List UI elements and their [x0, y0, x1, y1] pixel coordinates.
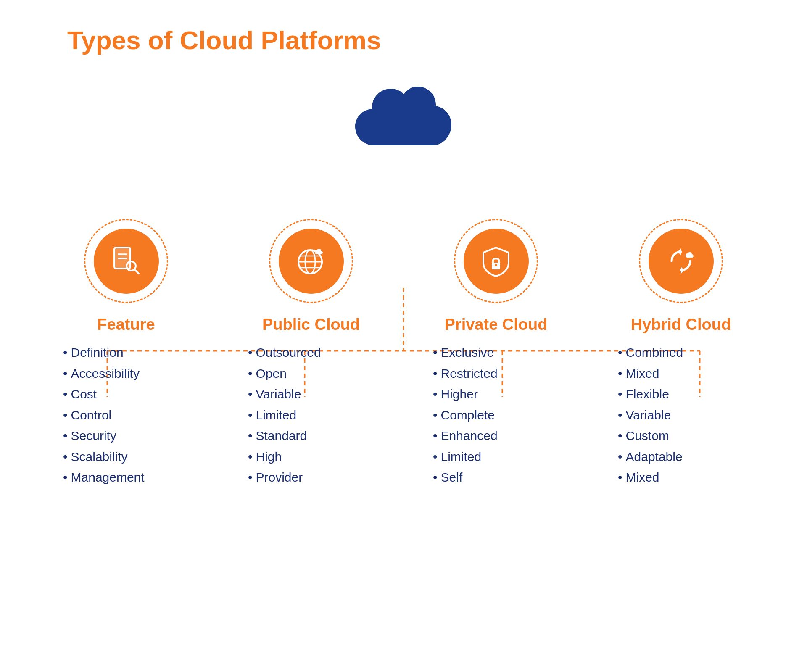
feature-title: Feature	[97, 316, 155, 334]
svg-marker-19	[678, 248, 681, 255]
svg-line-11	[134, 269, 139, 274]
feature-column: Feature Definition Accessibility Cost Co…	[59, 219, 193, 488]
list-item: Limited	[244, 405, 378, 426]
list-item: Combined	[614, 342, 748, 363]
list-item: Enhanced	[429, 425, 563, 446]
hybrid-cloud-icon-outer	[639, 219, 723, 303]
list-item: Limited	[429, 446, 563, 467]
list-item: Higher	[429, 384, 563, 405]
hybrid-cloud-icon-inner	[649, 229, 714, 294]
public-cloud-icon-inner	[279, 229, 344, 294]
list-item: Variable	[244, 384, 378, 405]
public-cloud-list: Outsourced Open Variable Limited Standar…	[244, 342, 378, 488]
feature-icon-outer	[84, 219, 168, 303]
page-title: Types of Cloud Platforms	[67, 25, 381, 55]
list-item: Accessibility	[59, 363, 193, 384]
public-cloud-column: Public Cloud Outsourced Open Variable Li…	[244, 219, 378, 488]
hybrid-cloud-list: Combined Mixed Flexible Variable Custom …	[614, 342, 748, 488]
list-item: Scalability	[59, 446, 193, 467]
list-item: Cost	[59, 384, 193, 405]
list-item: Mixed	[614, 363, 748, 384]
list-item: Open	[244, 363, 378, 384]
hybrid-cloud-title: Hybrid Cloud	[631, 316, 731, 334]
globe-cloud-icon	[294, 244, 328, 278]
diagram-area: Feature Definition Accessibility Cost Co…	[34, 80, 773, 655]
list-item: Adaptable	[614, 446, 748, 467]
list-item: Outsourced	[244, 342, 378, 363]
feature-list: Definition Accessibility Cost Control Se…	[59, 342, 193, 488]
shield-lock-icon	[479, 244, 513, 278]
private-cloud-column: Private Cloud Exclusive Restricted Highe…	[429, 219, 563, 488]
private-cloud-icon-inner	[464, 229, 529, 294]
list-item: Custom	[614, 425, 748, 446]
list-item: Self	[429, 467, 563, 488]
public-cloud-title: Public Cloud	[262, 316, 360, 334]
public-cloud-icon-outer	[269, 219, 353, 303]
private-cloud-list: Exclusive Restricted Higher Complete Enh…	[429, 342, 563, 488]
svg-point-18	[495, 264, 497, 266]
list-item: Flexible	[614, 384, 748, 405]
list-item: Mixed	[614, 467, 748, 488]
cloud-icon	[349, 80, 458, 164]
list-item: Management	[59, 467, 193, 488]
page-container: Types of Cloud Platforms	[0, 0, 807, 672]
hybrid-cloud-column: Hybrid Cloud Combined Mixed Flexible Var…	[614, 219, 748, 488]
list-item: Complete	[429, 405, 563, 426]
arrows-cloud-icon	[664, 244, 698, 278]
private-cloud-title: Private Cloud	[445, 316, 548, 334]
list-item: Control	[59, 405, 193, 426]
list-item: Exclusive	[429, 342, 563, 363]
document-search-icon	[109, 244, 143, 278]
list-item: Provider	[244, 467, 378, 488]
list-item: Security	[59, 425, 193, 446]
list-item: High	[244, 446, 378, 467]
list-item: Definition	[59, 342, 193, 363]
list-item: Restricted	[429, 363, 563, 384]
svg-marker-20	[681, 267, 684, 274]
private-cloud-icon-outer	[454, 219, 538, 303]
columns-row: Feature Definition Accessibility Cost Co…	[34, 219, 773, 488]
feature-icon-inner	[94, 229, 159, 294]
list-item: Variable	[614, 405, 748, 426]
list-item: Standard	[244, 425, 378, 446]
